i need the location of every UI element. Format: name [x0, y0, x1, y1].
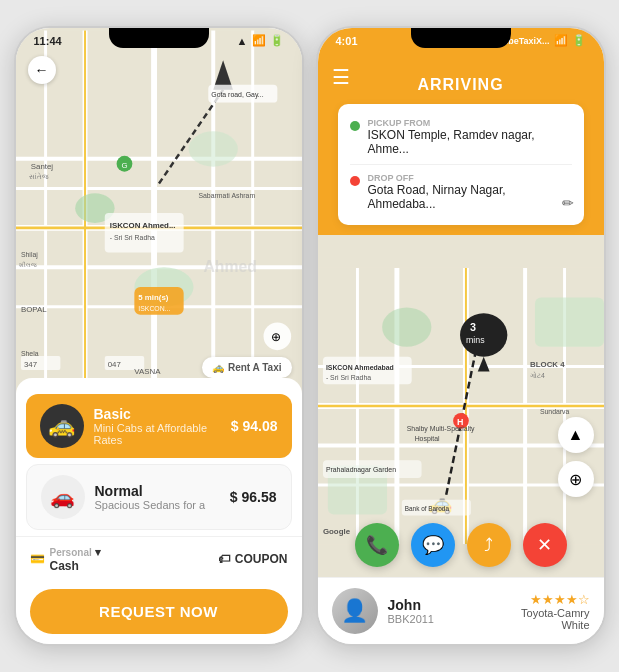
notch-1 — [109, 28, 209, 48]
basic-name: Basic — [94, 406, 231, 422]
arriving-content: 4:01 CubeTaxiX... 📶 🔋 ☰ ARRIVING — [318, 28, 604, 644]
cancel-button[interactable]: ✕ — [523, 523, 567, 567]
driver-id: BBK2011 — [388, 613, 512, 625]
svg-text:3: 3 — [469, 321, 475, 333]
svg-text:Ahmed: Ahmed — [203, 258, 256, 275]
battery-icon: 🔋 — [270, 34, 284, 47]
menu-icon[interactable]: ☰ — [332, 65, 350, 89]
call-button[interactable]: 📞 — [355, 523, 399, 567]
cash-icon: 💳 — [30, 552, 45, 566]
driver-rating: ★★★★☆ — [521, 592, 589, 607]
car-model: Toyota-Camry — [521, 607, 589, 619]
svg-text:BLOCK 4: BLOCK 4 — [530, 360, 565, 369]
basic-car-icon: 🚕 — [40, 404, 84, 448]
share-button[interactable]: ⤴ — [467, 523, 511, 567]
svg-text:Sundarva: Sundarva — [539, 408, 569, 415]
svg-text:Santej: Santej — [30, 162, 53, 171]
svg-text:Bank of Baroda: Bank of Baroda — [404, 505, 449, 512]
svg-text:5 min(s): 5 min(s) — [138, 293, 169, 302]
wifi-icon: ▲ — [237, 35, 248, 47]
svg-text:Shilaj: Shilaj — [20, 251, 37, 259]
svg-text:G: G — [121, 161, 127, 170]
svg-text:Prahaladnagar Garden: Prahaladnagar Garden — [325, 466, 395, 474]
payment-type: Personal ▾ Cash — [50, 545, 102, 573]
coupon-item[interactable]: 🏷 COUPON — [218, 552, 288, 566]
normal-name: Normal — [95, 483, 230, 499]
basic-desc: Mini Cabs at Affordable Rates — [94, 422, 231, 446]
svg-text:⊕: ⊕ — [271, 330, 281, 344]
chat-button[interactable]: 💬 — [411, 523, 455, 567]
dropoff-dot — [350, 176, 360, 186]
navigate-icon[interactable]: ▲ — [558, 417, 594, 453]
payment-method[interactable]: 💳 Personal ▾ Cash — [30, 545, 102, 573]
rent-taxi-label: Rent A Taxi — [228, 362, 282, 373]
floating-actions: 📞 💬 ⤴ ✕ — [355, 523, 567, 567]
location-card: PICKUP FROM ISKON Temple, Ramdev nagar, … — [338, 104, 584, 225]
normal-info: Normal Spacious Sedans for a — [95, 483, 230, 511]
map-area-1: 11:44 ▲ 📶 🔋 ← — [16, 28, 302, 408]
normal-price: $ 96.58 — [230, 489, 277, 505]
svg-text:047: 047 — [107, 360, 120, 369]
taxi-icon: 🚕 — [212, 362, 224, 373]
ride-option-normal[interactable]: 🚗 Normal Spacious Sedans for a $ 96.58 — [26, 464, 292, 530]
svg-text:347: 347 — [23, 360, 36, 369]
basic-info: Basic Mini Cabs at Affordable Rates — [94, 406, 231, 446]
arriving-header: ☰ ARRIVING — [318, 50, 604, 104]
back-button[interactable]: ← — [28, 56, 56, 84]
basic-price: $ 94.08 — [231, 418, 278, 434]
dropoff-info: DROP OFF Gota Road, Nirnay Nagar, Ahmeda… — [368, 173, 572, 211]
svg-text:Gota road, Gay...: Gota road, Gay... — [211, 91, 263, 99]
phone-1: 11:44 ▲ 📶 🔋 ← — [14, 26, 304, 646]
pickup-row: PICKUP FROM ISKON Temple, Ramdev nagar, … — [350, 114, 572, 160]
driver-info: John BBK2011 — [388, 597, 512, 625]
svg-text:Hospital: Hospital — [414, 435, 439, 443]
pickup-info: PICKUP FROM ISKON Temple, Ramdev nagar, … — [368, 118, 572, 156]
car-color: White — [521, 619, 589, 631]
location-icon[interactable]: ⊕ — [558, 461, 594, 497]
driver-panel: 👤 John BBK2011 ★★★★☆ Toyota-Camry White — [318, 577, 604, 644]
svg-text:સાંતેજ: સાંતેજ — [28, 172, 48, 180]
edit-icon[interactable]: ✏ — [562, 195, 574, 211]
arriving-title: ARRIVING — [417, 76, 503, 94]
svg-rect-56 — [534, 298, 603, 347]
svg-text:VASNA: VASNA — [134, 367, 161, 376]
request-now-button[interactable]: REQUEST NOW — [30, 589, 288, 634]
map-svg-1: ISKCON Ahmed... - Sri Sri Radha 5 min(s)… — [16, 28, 302, 408]
svg-text:ISKCON Ahmed...: ISKCON Ahmed... — [109, 221, 175, 230]
svg-text:BOPAL: BOPAL — [20, 305, 46, 314]
driver-avatar: 👤 — [332, 588, 378, 634]
svg-text:Shela: Shela — [20, 350, 38, 357]
svg-point-15 — [188, 131, 237, 167]
dropoff-text: Gota Road, Nirnay Nagar, Ahmedaba... — [368, 183, 572, 211]
svg-point-58 — [382, 307, 431, 346]
time-1: 11:44 — [34, 35, 62, 47]
driver-car-info: ★★★★☆ Toyota-Camry White — [521, 592, 589, 631]
svg-text:ગોટ4: ગોટ4 — [530, 371, 545, 379]
normal-car-icon: 🚗 — [41, 475, 85, 519]
payment-row: 💳 Personal ▾ Cash 🏷 COUPON — [16, 536, 302, 581]
normal-desc: Spacious Sedans for a — [95, 499, 230, 511]
battery-icon-2: 🔋 — [572, 34, 586, 47]
signal-icon: 📶 — [252, 34, 266, 47]
svg-text:mins: mins — [465, 335, 484, 345]
coupon-label: COUPON — [235, 552, 288, 566]
wifi-icon-2: 📶 — [554, 34, 568, 47]
svg-text:ISKCON Ahmedabad: ISKCON Ahmedabad — [325, 364, 393, 371]
ride-option-basic[interactable]: 🚕 Basic Mini Cabs at Affordable Rates $ … — [26, 394, 292, 458]
dropoff-row: DROP OFF Gota Road, Nirnay Nagar, Ahmeda… — [350, 169, 572, 215]
pickup-text: ISKON Temple, Ramdev nagar, Ahme... — [368, 128, 572, 156]
time-2: 4:01 — [336, 35, 358, 47]
svg-text:- Sri Sri Radha: - Sri Sri Radha — [109, 234, 154, 241]
coupon-icon: 🏷 — [218, 552, 230, 566]
pickup-label: PICKUP FROM — [368, 118, 572, 128]
svg-text:Shalby Multi-Specialty: Shalby Multi-Specialty — [406, 425, 474, 433]
svg-text:- Sri Sri Radha: - Sri Sri Radha — [325, 374, 370, 381]
arriving-map: 🚕 3 mins H Shalby Multi-Specialty Hospit… — [318, 235, 604, 577]
bottom-panel-1: 🚕 Basic Mini Cabs at Affordable Rates $ … — [16, 378, 302, 644]
pickup-dot — [350, 121, 360, 131]
notch-2 — [411, 28, 511, 48]
svg-text:ISKCON...: ISKCON... — [138, 305, 170, 312]
svg-text:શીલજ: શીલજ — [18, 261, 36, 268]
dropoff-label: DROP OFF — [368, 173, 572, 183]
rent-taxi-badge[interactable]: 🚕 Rent A Taxi — [202, 357, 292, 378]
